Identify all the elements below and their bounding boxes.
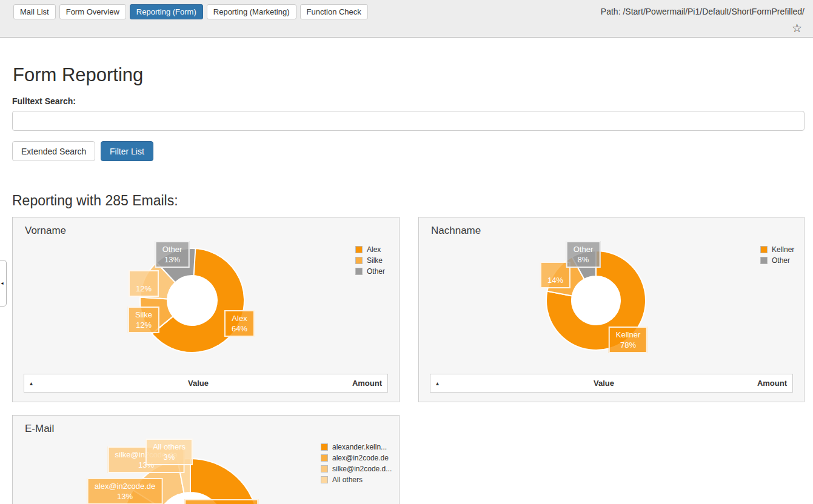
legend-swatch [321,443,328,451]
column-header-amount[interactable]: Amount [352,379,382,388]
legend-label: Silke [367,256,383,265]
donut-chart-email[interactable]: alexander.kelln...71%alex@in2code.de13%s… [13,416,399,504]
extended-search-button[interactable]: Extended Search [12,141,95,161]
slice-label: alexander.kelln...71% [184,499,258,504]
module-tabs: Mail List Form Overview Reporting (Form)… [13,4,368,19]
legend-item: All others [321,476,392,484]
column-header-amount[interactable]: Amount [757,379,787,388]
tab-form-overview[interactable]: Form Overview [59,4,126,19]
legend-swatch [321,465,328,472]
slice-label: 12% [129,270,159,297]
fulltext-search-input[interactable] [12,111,805,131]
slice-label: alex@in2code.de13% [87,478,163,504]
filter-list-button[interactable]: Filter List [101,141,153,161]
sort-asc-icon[interactable]: ▴ [436,380,450,386]
slice-label: Kellner78% [609,327,647,353]
tab-function-check[interactable]: Function Check [300,4,368,19]
slice-label: Silke12% [128,307,159,333]
legend-item: Alex [355,245,385,254]
legend-label: Other [367,267,385,276]
chart-panel-email: alexander.kelln...71%alex@in2code.de13%s… [12,415,400,504]
sidebar-collapse-handle[interactable]: ◄ [0,260,7,307]
page-title: Form Reporting [13,64,143,86]
chart-legend: alexander.kelln...alex@in2code.desilke@i… [321,443,392,486]
panel-title: Nachname [431,225,481,237]
top-toolbar: Mail List Form Overview Reporting (Form)… [0,0,813,38]
panel-title: Vorname [25,225,66,237]
tab-reporting-marketing[interactable]: Reporting (Marketing) [207,4,296,19]
chart-panel-nachname: Kellner78% 14%Other8%KellnerOther Nachna… [418,217,805,402]
bookmark-star-icon[interactable]: ☆ [788,22,806,35]
legend-item: silke@in2code.d... [321,465,392,473]
slice-label: Alex64% [224,310,255,337]
legend-label: Alex [367,245,381,254]
chart-panel-vorname: Alex64%Silke12% 12%Other13%AlexSilkeOthe… [12,217,400,402]
column-header-value[interactable]: Value [44,379,352,388]
tab-mail-list[interactable]: Mail List [13,4,56,19]
legend-item: alex@in2code.de [321,454,392,462]
legend-item: Silke [355,256,385,265]
collapse-left-icon: ◄ [0,281,4,285]
legend-swatch [321,454,328,462]
legend-swatch [760,246,768,253]
column-header-value[interactable]: Value [450,379,757,388]
legend-item: Other [355,267,385,276]
result-table-header: ▴ Value Amount [24,374,388,393]
chart-legend: AlexSilkeOther [355,245,385,278]
legend-label: alex@in2code.de [332,454,389,462]
legend-swatch [355,268,363,275]
section-title: Reporting with 285 Emails: [12,193,178,209]
fulltext-search-label: Fulltext Search: [12,96,76,106]
legend-label: alexander.kelln... [332,443,387,451]
breadcrumb-path: Path: /Start/Powermail/Pi1/Default/Short… [601,7,805,16]
tab-reporting-form[interactable]: Reporting (Form) [130,4,203,19]
result-table-header: ▴ Value Amount [430,374,793,393]
panel-title: E-Mail [25,423,54,435]
legend-swatch [321,476,328,483]
legend-label: silke@in2code.d... [332,465,392,473]
legend-label: Other [772,256,790,265]
slice-label: Other8% [566,241,601,268]
legend-item: alexander.kelln... [321,443,392,451]
chart-legend: KellnerOther [760,245,794,267]
legend-swatch [355,257,363,264]
sort-asc-icon[interactable]: ▴ [30,380,44,386]
legend-label: All others [332,476,363,484]
legend-label: Kellner [772,245,794,254]
legend-swatch [760,257,768,264]
legend-swatch [355,246,363,253]
legend-item: Kellner [760,245,794,254]
slice-label: Other13% [155,241,190,268]
slice-label: All others3% [146,439,193,465]
legend-item: Other [760,256,794,265]
